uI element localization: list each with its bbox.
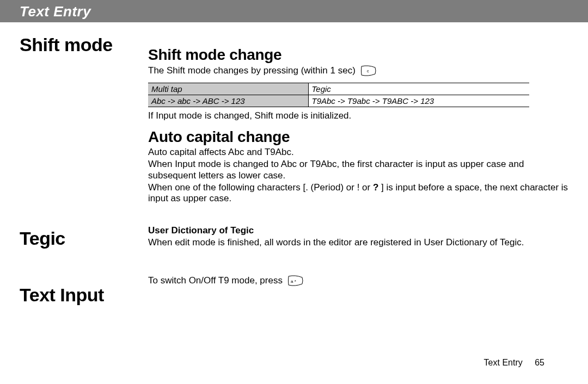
table-cell-multitap-seq: Abc -> abc -> ABC -> 123 (148, 95, 308, 107)
tegic-body-text: When edit mode is finished, all words in… (148, 237, 568, 248)
shift-intro-text: The Shift mode changes by pressing (with… (148, 65, 356, 76)
section-text-input-body: To switch On/Off T9 mode, press a * (148, 275, 568, 289)
heading-tegic: Tegic (20, 229, 65, 247)
right-body: Shift mode change The Shift mode changes… (148, 22, 568, 289)
auto-p3-b: . (Period) or ! or (305, 182, 373, 193)
auto-p3: When one of the following characters [. … (148, 182, 568, 205)
footer-section-label: Text Entry (484, 358, 523, 367)
textinput-text: To switch On/Off T9 mode, press (148, 275, 283, 286)
table-row: Abc -> abc -> ABC -> 123 T9Abc -> T9abc … (148, 95, 529, 107)
star-key-icon: a * (287, 275, 304, 289)
heading-shift-mode: Shift mode (20, 35, 113, 54)
shift-mode-table: Multi tap Tegic Abc -> abc -> ABC -> 123… (148, 83, 529, 107)
table-header-tegic: Tegic (308, 83, 529, 95)
page-header-title: Text Entry (20, 3, 588, 20)
auto-p1: Auto capital affects Abc and T9Abc. (148, 147, 568, 158)
svg-text:c: c (367, 69, 369, 73)
manual-page: Text Entry Shift mode Tegic Text Input S… (0, 0, 588, 384)
shift-intro-line: The Shift mode changes by pressing (with… (148, 65, 568, 79)
table-header-multitap: Multi tap (148, 83, 308, 95)
subheading-shift-mode-change: Shift mode change (148, 46, 568, 64)
auto-p3-a: When one of the following characters [ (148, 182, 305, 193)
table-row: Multi tap Tegic (148, 83, 529, 95)
heading-text-input: Text Input (20, 286, 104, 304)
clear-key-icon: c (360, 65, 377, 79)
table-cell-tegic-seq: T9Abc -> T9abc -> T9ABC -> 123 (308, 95, 529, 107)
footer-page-number: 65 (535, 358, 544, 367)
auto-p2: When Input mode is changed to Abc or T9A… (148, 159, 568, 181)
textinput-line: To switch On/Off T9 mode, press a * (148, 275, 568, 289)
auto-p3-question-mark: ? (373, 182, 378, 193)
page-header-bar: Text Entry (0, 0, 588, 22)
subheading-user-dictionary: User Dictionary of Tegic (148, 225, 568, 236)
page-content: Shift mode Tegic Text Input Shift mode c… (0, 22, 588, 289)
subheading-auto-capital: Auto capital change (148, 128, 568, 146)
svg-text:a *: a * (291, 279, 296, 284)
shift-note: If Input mode is changed, Shift mode is … (148, 110, 568, 121)
page-footer: Text Entry 65 (484, 358, 544, 368)
section-auto-capital-change: Auto capital change Auto capital affects… (148, 128, 568, 205)
section-tegic-body: User Dictionary of Tegic When edit mode … (148, 225, 568, 249)
section-shift-mode-change: Shift mode change The Shift mode changes… (148, 46, 568, 122)
